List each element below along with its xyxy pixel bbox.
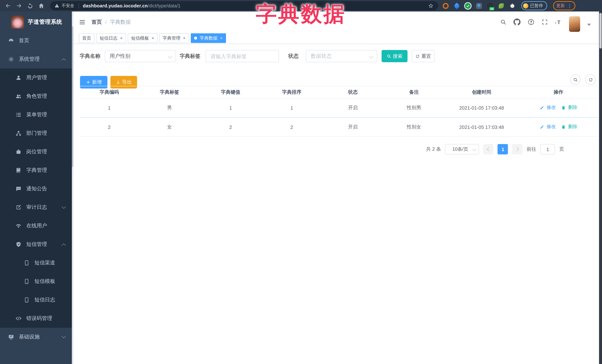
help-icon[interactable] [527, 19, 535, 26]
forward-icon[interactable] [16, 3, 22, 9]
hamburger-icon[interactable] [79, 19, 86, 25]
fullscreen-icon[interactable] [542, 19, 548, 25]
phone-icon [24, 260, 30, 266]
gear-icon [8, 56, 14, 62]
user-avatar[interactable] [569, 16, 580, 32]
edit-link[interactable]: 修改 [540, 104, 556, 111]
table-cell-label: 女 [139, 117, 200, 136]
back-icon[interactable] [5, 3, 11, 9]
search-circle-button[interactable] [570, 74, 580, 85]
emoji-avatar-icon [523, 3, 528, 8]
page-number-1[interactable]: 1 [498, 144, 508, 154]
chevron-down-icon [369, 54, 373, 59]
reload-icon[interactable] [27, 3, 33, 9]
tab-close-icon[interactable]: × [151, 36, 154, 40]
search-icon [573, 77, 578, 82]
font-size-icon[interactable]: tT [555, 19, 562, 26]
refresh-circle-button[interactable] [585, 74, 596, 85]
sidebar-item-label: 通知公告 [26, 186, 47, 192]
page-scrollbar[interactable] [599, 11, 602, 364]
app-logo-row[interactable]: 芋道管理系统 [0, 11, 73, 32]
sidebar-item-label: 短信模板 [34, 278, 55, 285]
dict-label-input[interactable] [206, 50, 279, 62]
next-page-button[interactable] [512, 144, 523, 154]
chevron-down-icon [62, 334, 66, 338]
sidebar-item-audit-log[interactable]: 审计日志 [0, 198, 73, 217]
tab-dict-management[interactable]: 字典管理× [159, 33, 189, 43]
sidebar-item-label: 菜单管理 [26, 112, 47, 118]
breadcrumb-home[interactable]: 首页 [92, 19, 102, 25]
sidebar-item-label: 审计日志 [26, 204, 47, 211]
extension-blue-icon[interactable] [453, 2, 460, 9]
sidebar-item-post-management[interactable]: 岗位管理 [0, 143, 73, 161]
extension-check-icon[interactable] [465, 3, 471, 9]
sidebar-scrollbar[interactable] [72, 11, 73, 364]
bookmark-star-icon[interactable] [428, 3, 434, 9]
extension-orange-icon[interactable] [443, 3, 449, 9]
prev-page-button[interactable] [483, 144, 494, 154]
table-cell-created: 2021-01-05 17:03:48 [445, 117, 519, 136]
extensions-puzzle-icon[interactable] [509, 3, 515, 9]
chevron-down-icon[interactable] [587, 23, 591, 26]
tab-sms-log[interactable]: 短信日志× [96, 33, 126, 43]
tab-sms-template[interactable]: 短信模板× [128, 33, 157, 43]
sidebar-item-home[interactable]: 首页 [0, 31, 73, 50]
extension-toggle-icon[interactable] [476, 3, 482, 9]
sidebar-item-role-management[interactable]: 角色管理 [0, 87, 73, 105]
kebab-menu-icon[interactable]: ⋮ [567, 4, 572, 8]
sidebar-item-user-management[interactable]: 用户管理 [0, 69, 73, 87]
sidebar-item-label: 角色管理 [26, 93, 47, 100]
tab-close-icon[interactable]: × [120, 36, 123, 40]
sidebar-item-label: 用户管理 [26, 74, 47, 81]
sidebar-item-label: 短信渠道 [34, 260, 55, 266]
dict-name-select[interactable]: 用户性别 [105, 50, 176, 62]
sidebar-item-sms-channel[interactable]: 短信渠道 [0, 254, 73, 272]
screen: 不安全 dashboard.yudao.iocoder.cn/dict/type… [0, 0, 602, 364]
sidebar-item-system-management[interactable]: 系统管理 [0, 50, 73, 69]
sidebar-item-dept-management[interactable]: 部门管理 [0, 124, 73, 143]
tree-icon [16, 130, 22, 136]
extension-leaf-icon[interactable] [499, 3, 504, 8]
github-icon[interactable] [514, 19, 520, 26]
tab-close-icon[interactable]: × [220, 36, 223, 40]
goto-input[interactable] [540, 144, 555, 154]
sidebar-item-label: 岗位管理 [26, 148, 47, 155]
data-table: 字典编码字典标签字典键值字典排序状态备注创建时间操作 1男11开启性别男2021… [80, 86, 598, 137]
update-button[interactable]: 更新 ⋮ [553, 1, 575, 10]
tab-close-icon[interactable]: × [183, 36, 186, 40]
delete-link[interactable]: 删除 [561, 124, 577, 130]
sidebar-item-sms-template[interactable]: 短信模板 [0, 272, 73, 291]
status-select[interactable]: 数据状态 [306, 50, 377, 62]
edit-link[interactable]: 修改 [540, 124, 556, 130]
table-cell-code: 2 [80, 117, 139, 136]
home-icon[interactable] [38, 3, 44, 9]
extension-on-badge-icon[interactable] [487, 3, 493, 9]
sidebar-scrollbar-thumb[interactable] [72, 26, 73, 167]
search-button[interactable]: 搜索 [382, 50, 408, 62]
tab-dict-data[interactable]: 字典数据× [191, 33, 226, 43]
security-label[interactable]: 不安全 [62, 3, 74, 9]
chevron-up-icon [62, 243, 66, 248]
sidebar-item-sms-management[interactable]: 短信管理 [0, 235, 73, 254]
sidebar-item-label: 部门管理 [26, 130, 47, 137]
tab-home[interactable]: 首页 [79, 33, 95, 43]
app-logo [11, 15, 24, 28]
table-row[interactable]: 2女22开启性别女2021-01-05 17:03:48修改删除 [80, 117, 598, 136]
reset-button[interactable]: 重置 [412, 50, 435, 62]
paused-extension-pill[interactable]: 已暂停 [521, 1, 547, 10]
address-bar[interactable]: 不安全 dashboard.yudao.iocoder.cn/dict/type… [50, 1, 438, 10]
delete-link[interactable]: 删除 [561, 104, 577, 111]
table-row[interactable]: 1男11开启性别男2021-01-05 17:03:48修改删除 [80, 98, 598, 117]
sidebar-item-error-code-management[interactable]: 错误码管理 [0, 309, 73, 328]
search-icon[interactable] [500, 19, 506, 25]
sidebar-item-notice-announcement[interactable]: 通知公告 [0, 180, 73, 198]
page-scrollbar-thumb[interactable] [599, 13, 602, 49]
sidebar-item-sms-log[interactable]: 短信日志 [0, 291, 73, 309]
page-size-select[interactable]: 10条/页 [445, 144, 479, 154]
sidebar-item-dict-management[interactable]: 字典管理 [0, 161, 73, 180]
search-icon [387, 54, 391, 58]
sidebar-item-online-users[interactable]: 在线用户 [0, 217, 73, 235]
sidebar-item-menu-management[interactable]: 菜单管理 [0, 105, 73, 124]
sidebar-item-infrastructure[interactable]: 基础设施 [0, 328, 73, 346]
address-url[interactable]: dashboard.yudao.iocoder.cn/dict/type/dat… [83, 3, 180, 8]
